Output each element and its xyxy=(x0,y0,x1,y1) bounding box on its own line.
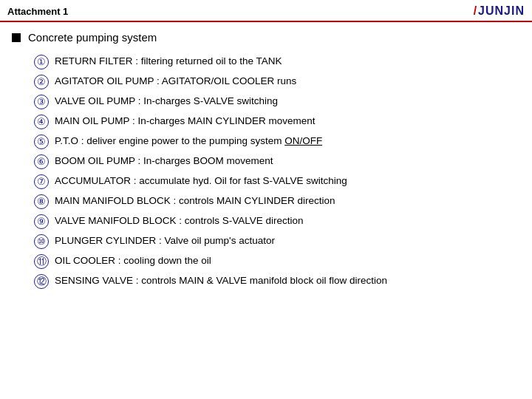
list-item: ④ MAIN OIL PUMP : In-charges MAIN CYLIND… xyxy=(34,114,520,129)
list-item: ⑩ PLUNGER CYLINDER : Valve oil pump's ac… xyxy=(34,233,520,249)
item-number-3: ③ xyxy=(34,95,49,109)
item-text-8: MAIN MANIFOLD BLOCK : controls MAIN CYLI… xyxy=(55,194,335,208)
main-content: Concrete pumping system ① RETURN FILTER … xyxy=(0,22,532,302)
list-item: ② AGITATOR OIL PUMP : AGITATOR/OIL COOLE… xyxy=(34,74,520,89)
item-number-8: ⑧ xyxy=(34,194,49,209)
logo-slash-icon: / xyxy=(474,4,477,18)
item-number-10: ⑩ xyxy=(34,234,49,249)
list-item: ⑪ OIL COOLER : cooling down the oil xyxy=(34,253,520,269)
pto-text-before: P.T.O : deliver engine power to the pump… xyxy=(55,135,284,146)
section-title-text: Concrete pumping system xyxy=(28,31,157,44)
list-item: ⑥ BOOM OIL PUMP : In-charges BOOM moveme… xyxy=(34,154,520,169)
item-number-9: ⑨ xyxy=(34,214,49,229)
items-list: ① RETURN FILTER : filtering returned oil… xyxy=(12,54,520,289)
item-number-2: ② xyxy=(34,75,49,89)
item-text-1: RETURN FILTER : filtering returned oil t… xyxy=(55,54,282,69)
item-text-5: P.T.O : deliver engine power to the pump… xyxy=(55,134,322,149)
list-item: ⑤ P.T.O : deliver engine power to the pu… xyxy=(34,134,520,149)
item-text-6: BOOM OIL PUMP : In-charges BOOM movement xyxy=(55,154,273,168)
item-text-11: OIL COOLER : cooling down the oil xyxy=(55,253,211,268)
logo: / JUNJIN xyxy=(474,4,525,18)
list-item: ⑧ MAIN MANIFOLD BLOCK : controls MAIN CY… xyxy=(34,194,520,209)
item-text-10: PLUNGER CYLINDER : Valve oil pump's actu… xyxy=(55,233,275,248)
item-number-5: ⑤ xyxy=(34,134,49,149)
item-text-7: ACCUMULATOR : accumulate hyd. Oil for fa… xyxy=(55,174,347,188)
item-number-4: ④ xyxy=(34,115,49,129)
item-number-12: ⑫ xyxy=(34,274,49,289)
item-number-11: ⑪ xyxy=(34,254,49,269)
bullet-icon xyxy=(12,33,21,42)
list-item: ③ VALVE OIL PUMP : In-charges S-VALVE sw… xyxy=(34,94,520,109)
attachment-label: Attachment 1 xyxy=(7,6,68,17)
list-item: ⑦ ACCUMULATOR : accumulate hyd. Oil for … xyxy=(34,174,520,189)
page-header: Attachment 1 / JUNJIN xyxy=(0,0,532,22)
list-item: ⑫ SENSING VALVE : controls MAIN & VALVE … xyxy=(34,273,520,289)
item-number-1: ① xyxy=(34,55,49,69)
logo-text: JUNJIN xyxy=(478,4,525,18)
item-text-2: AGITATOR OIL PUMP : AGITATOR/OIL COOLER … xyxy=(55,74,296,89)
item-text-12: SENSING VALVE : controls MAIN & VALVE ma… xyxy=(55,273,387,288)
item-text-4: MAIN OIL PUMP : In-charges MAIN CYLINDER… xyxy=(55,114,316,129)
item-text-3: VALVE OIL PUMP : In-charges S-VALVE swit… xyxy=(55,94,278,109)
on-off-link[interactable]: ON/OFF xyxy=(284,135,322,146)
item-number-7: ⑦ xyxy=(34,174,49,189)
section-title: Concrete pumping system xyxy=(12,31,520,44)
item-text-9: VALVE MANIFOLD BLOCK : controls S-VALVE … xyxy=(55,214,304,228)
list-item: ① RETURN FILTER : filtering returned oil… xyxy=(34,54,520,69)
item-number-6: ⑥ xyxy=(34,154,49,169)
list-item: ⑨ VALVE MANIFOLD BLOCK : controls S-VALV… xyxy=(34,214,520,229)
